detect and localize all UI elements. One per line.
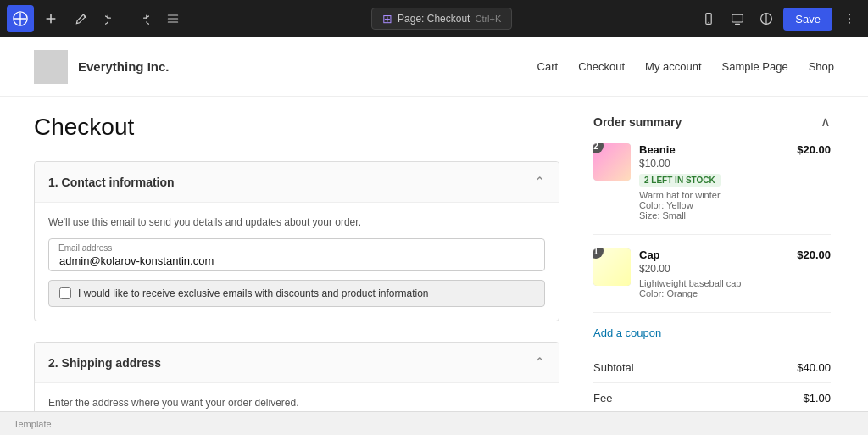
toolbar-center: ⊞ Page: Checkout Ctrl+K (190, 8, 693, 30)
nav-shop[interactable]: Shop (809, 60, 834, 73)
template-label: Template (14, 419, 52, 429)
edit-button[interactable] (68, 7, 95, 31)
mobile-preview-button[interactable] (697, 7, 721, 31)
newsletter-checkbox-row: I would like to receive exclusive emails… (48, 280, 545, 307)
beanie-desc: Warm hat for winter Color: Yellow Size: … (639, 190, 788, 220)
toolbar-right: Save (697, 7, 861, 31)
email-label: Email address (58, 243, 112, 253)
svg-point-5 (849, 14, 850, 15)
cap-amount: $20.00 (797, 248, 831, 261)
site-header: Everything Inc. Cart Checkout My account… (0, 37, 868, 97)
checkout-form: Checkout 1. Contact information ⌃ We'll … (34, 114, 559, 435)
contact-section-toggle[interactable]: ⌃ (534, 174, 545, 190)
beanie-image: 2 (593, 143, 631, 181)
fee-label: Fee (593, 392, 612, 404)
nav-cart[interactable]: Cart (537, 60, 559, 73)
nav-checkout[interactable]: Checkout (578, 60, 625, 73)
checkout-title: Checkout (34, 114, 559, 141)
add-button[interactable] (37, 7, 64, 31)
beanie-price: $10.00 (639, 158, 788, 170)
subtotal-row: Subtotal $40.00 (593, 353, 831, 383)
desktop-preview-button[interactable] (726, 7, 749, 31)
beanie-badge: 2 LEFT IN STOCK (639, 174, 721, 187)
contact-section: 1. Contact information ⌃ We'll use this … (34, 161, 559, 321)
email-input[interactable] (48, 238, 545, 271)
email-field-group: Email address (48, 238, 545, 271)
site-logo (34, 50, 68, 84)
svg-point-2 (709, 22, 709, 23)
bottom-bar: Template (0, 411, 868, 435)
svg-rect-3 (732, 14, 743, 22)
shipping-section-toggle[interactable]: ⌃ (534, 354, 545, 371)
order-summary: Order summary ∧ 2 Beanie $10.00 2 LEFT I… (593, 114, 831, 435)
fee-row: Fee $1.00 (593, 383, 831, 414)
contact-section-desc: We'll use this email to send you details… (48, 216, 545, 228)
contact-section-header: 1. Contact information ⌃ (35, 162, 559, 203)
save-button[interactable]: Save (783, 8, 832, 31)
subtotal-value: $40.00 (797, 361, 831, 374)
contact-section-title: 1. Contact information (48, 176, 175, 189)
newsletter-checkbox[interactable] (59, 287, 71, 299)
shipping-section-title: 2. Shipping address (48, 356, 161, 370)
beanie-name: Beanie (639, 143, 788, 156)
page-label: Page: Checkout (398, 13, 470, 25)
cap-name: Cap (639, 248, 788, 261)
shipping-section-header: 2. Shipping address ⌃ (35, 343, 559, 383)
subtotal-label: Subtotal (593, 361, 634, 374)
undo-button[interactable] (98, 7, 125, 31)
main-content: Checkout 1. Contact information ⌃ We'll … (0, 97, 868, 435)
order-item-cap: 1 Cap $20.00 Lightweight baseball cap Co… (593, 248, 831, 313)
shipping-section-desc: Enter the address where you want your or… (48, 397, 545, 409)
shortcut-label: Ctrl+K (475, 14, 501, 24)
nav-myaccount[interactable]: My account (645, 60, 701, 73)
svg-point-7 (849, 22, 850, 24)
beanie-details: Beanie $10.00 2 LEFT IN STOCK Warm hat f… (639, 143, 788, 220)
list-view-button[interactable] (159, 7, 186, 31)
summary-header: Order summary ∧ (593, 114, 831, 130)
wordpress-icon[interactable] (7, 5, 34, 32)
beanie-color: Color: Yellow (639, 200, 788, 210)
cap-price: $20.00 (639, 263, 788, 275)
more-options-button[interactable] (837, 7, 861, 31)
theme-toggle-button[interactable] (754, 7, 778, 31)
cap-image: 1 (593, 248, 631, 286)
beanie-amount: $20.00 (797, 143, 831, 156)
site-name: Everything Inc. (78, 59, 170, 74)
fee-value: $1.00 (803, 392, 831, 404)
summary-title: Order summary (593, 115, 682, 129)
page-icon: ⊞ (382, 12, 392, 25)
nav-samplepage[interactable]: Sample Page (722, 60, 788, 73)
svg-point-6 (849, 18, 850, 20)
newsletter-label[interactable]: I would like to receive exclusive emails… (78, 287, 429, 299)
redo-button[interactable] (129, 7, 156, 31)
toolbar: ⊞ Page: Checkout Ctrl+K Save (0, 0, 868, 37)
cap-details: Cap $20.00 Lightweight baseball cap Colo… (639, 248, 788, 298)
order-item-beanie: 2 Beanie $10.00 2 LEFT IN STOCK Warm hat… (593, 143, 831, 235)
summary-toggle[interactable]: ∧ (821, 114, 831, 130)
contact-section-body: We'll use this email to send you details… (35, 203, 559, 321)
add-coupon-link[interactable]: Add a coupon (593, 326, 661, 339)
cap-desc: Lightweight baseball cap Color: Orange (639, 278, 788, 298)
logo-placeholder (34, 50, 68, 84)
beanie-size: Size: Small (639, 210, 788, 220)
cap-color: Color: Orange (639, 288, 788, 298)
page-indicator[interactable]: ⊞ Page: Checkout Ctrl+K (371, 8, 512, 30)
site-nav: Cart Checkout My account Sample Page Sho… (537, 60, 834, 73)
